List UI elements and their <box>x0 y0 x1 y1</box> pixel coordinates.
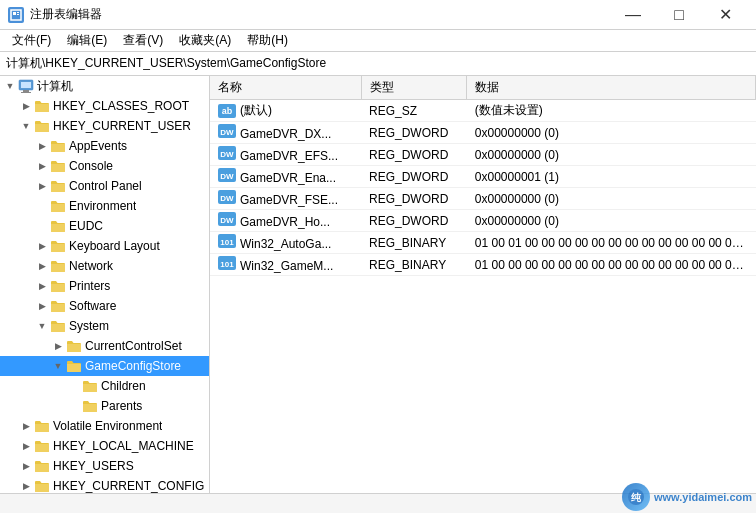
tree-label-parents: Parents <box>101 399 142 413</box>
tree-label-software: Software <box>69 299 116 313</box>
reg-name-cell: 101 Win32_AutoGa... <box>210 232 361 254</box>
tree-item-control-panel[interactable]: Control Panel <box>0 176 209 196</box>
expand-btn-computer[interactable] <box>2 78 18 94</box>
reg-data-cell: 01 00 00 00 00 00 00 00 00 00 00 00 00 0… <box>467 254 756 276</box>
table-panel: 名称 类型 数据 ab(默认)REG_SZ(数值未设置) DW GameDVR_… <box>210 76 756 493</box>
reg-type-cell: REG_BINARY <box>361 254 467 276</box>
tree-label-gameconfigstore: GameConfigStore <box>85 359 181 373</box>
folder-icon-software <box>50 299 66 313</box>
table-row[interactable]: DW GameDVR_DX...REG_DWORD0x00000000 (0) <box>210 122 756 144</box>
minimize-button[interactable]: — <box>610 0 656 30</box>
folder-icon-system <box>50 319 66 333</box>
tree-item-system[interactable]: System <box>0 316 209 336</box>
tree-item-keyboard-layout[interactable]: Keyboard Layout <box>0 236 209 256</box>
folder-icon-currentcontrolset <box>66 339 82 353</box>
table-row[interactable]: 101 Win32_GameM...REG_BINARY01 00 00 00 … <box>210 254 756 276</box>
tree-item-users[interactable]: HKEY_USERS <box>0 456 209 476</box>
tree-label-current-config: HKEY_CURRENT_CONFIG <box>53 479 204 493</box>
tree-item-network[interactable]: Network <box>0 256 209 276</box>
svg-text:DW: DW <box>220 172 234 181</box>
tree-item-appevents[interactable]: AppEvents <box>0 136 209 156</box>
reg-icon-dword: DW <box>218 146 236 160</box>
tree-item-eudc[interactable]: EUDC <box>0 216 209 236</box>
expand-btn-console[interactable] <box>34 158 50 174</box>
tree-item-gameconfigstore[interactable]: GameConfigStore <box>0 356 209 376</box>
tree-item-currentcontrolset[interactable]: CurrentControlSet <box>0 336 209 356</box>
expand-btn-currentcontrolset[interactable] <box>50 338 66 354</box>
tree-label-classes-root: HKEY_CLASSES_ROOT <box>53 99 189 113</box>
tree-label-users: HKEY_USERS <box>53 459 134 473</box>
table-row[interactable]: DW GameDVR_Ho...REG_DWORD0x00000000 (0) <box>210 210 756 232</box>
tree-item-parents[interactable]: Parents <box>0 396 209 416</box>
maximize-button[interactable]: □ <box>656 0 702 30</box>
tree-item-children[interactable]: Children <box>0 376 209 396</box>
col-type[interactable]: 类型 <box>361 76 467 100</box>
col-name[interactable]: 名称 <box>210 76 361 100</box>
expand-btn-local-machine[interactable] <box>18 438 34 454</box>
folder-icon-printers <box>50 279 66 293</box>
svg-rect-3 <box>17 14 19 15</box>
expand-btn-current-user[interactable] <box>18 118 34 134</box>
table-row[interactable]: 101 Win32_AutoGa...REG_BINARY01 00 01 00… <box>210 232 756 254</box>
reg-data-cell: 0x00000001 (1) <box>467 166 756 188</box>
table-row[interactable]: DW GameDVR_EFS...REG_DWORD0x00000000 (0) <box>210 144 756 166</box>
svg-rect-2 <box>17 12 19 13</box>
menu-file[interactable]: 文件(F) <box>4 30 59 51</box>
tree-item-console[interactable]: Console <box>0 156 209 176</box>
reg-name-cell: DW GameDVR_Ena... <box>210 166 361 188</box>
svg-text:DW: DW <box>220 128 234 137</box>
reg-name-cell: DW GameDVR_EFS... <box>210 144 361 166</box>
reg-data-cell: (数值未设置) <box>467 100 756 122</box>
expand-btn-software[interactable] <box>34 298 50 314</box>
reg-name: GameDVR_FSE... <box>240 193 338 207</box>
tree-label-keyboard-layout: Keyboard Layout <box>69 239 160 253</box>
reg-name: GameDVR_Ena... <box>240 171 336 185</box>
tree-item-volatile-env[interactable]: Volatile Environment <box>0 416 209 436</box>
expand-btn-control-panel[interactable] <box>34 178 50 194</box>
folder-icon-current-config <box>34 479 50 493</box>
reg-name: (默认) <box>240 103 272 117</box>
tree-item-classes-root[interactable]: HKEY_CLASSES_ROOT <box>0 96 209 116</box>
expand-btn-appevents[interactable] <box>34 138 50 154</box>
watermark-text: www.yidaimei.com <box>654 491 752 503</box>
expand-btn-volatile-env[interactable] <box>18 418 34 434</box>
reg-icon-dword: DW <box>218 168 236 182</box>
reg-data-cell: 01 00 01 00 00 00 00 00 00 00 00 00 00 0… <box>467 232 756 254</box>
expand-btn-keyboard-layout[interactable] <box>34 238 50 254</box>
menu-view[interactable]: 查看(V) <box>115 30 171 51</box>
table-row[interactable]: DW GameDVR_Ena...REG_DWORD0x00000001 (1) <box>210 166 756 188</box>
tree-item-environment[interactable]: Environment <box>0 196 209 216</box>
tree-item-printers[interactable]: Printers <box>0 276 209 296</box>
tree-label-children: Children <box>101 379 146 393</box>
folder-icon-classes-root <box>34 99 50 113</box>
tree-item-local-machine[interactable]: HKEY_LOCAL_MACHINE <box>0 436 209 456</box>
expand-btn-users[interactable] <box>18 458 34 474</box>
tree-item-computer[interactable]: 计算机 <box>0 76 209 96</box>
status-bar: 纯 www.yidaimei.com <box>0 493 756 513</box>
menu-edit[interactable]: 编辑(E) <box>59 30 115 51</box>
expand-btn-printers[interactable] <box>34 278 50 294</box>
menu-favorites[interactable]: 收藏夹(A) <box>171 30 239 51</box>
col-data[interactable]: 数据 <box>467 76 756 100</box>
table-row[interactable]: DW GameDVR_FSE...REG_DWORD0x00000000 (0) <box>210 188 756 210</box>
title-bar: 注册表编辑器 — □ ✕ <box>0 0 756 30</box>
table-row[interactable]: ab(默认)REG_SZ(数值未设置) <box>210 100 756 122</box>
main-content: 计算机 HKEY_CLASSES_ROOT HKEY_CURRENT_USER … <box>0 76 756 493</box>
table-header-row: 名称 类型 数据 <box>210 76 756 100</box>
svg-text:DW: DW <box>220 216 234 225</box>
folder-icon-environment <box>50 199 66 213</box>
menu-bar: 文件(F) 编辑(E) 查看(V) 收藏夹(A) 帮助(H) <box>0 30 756 52</box>
tree-label-current-user: HKEY_CURRENT_USER <box>53 119 191 133</box>
expand-btn-system[interactable] <box>34 318 50 334</box>
reg-type-cell: REG_DWORD <box>361 166 467 188</box>
tree-item-current-config[interactable]: HKEY_CURRENT_CONFIG <box>0 476 209 493</box>
tree-item-current-user[interactable]: HKEY_CURRENT_USER <box>0 116 209 136</box>
expand-btn-classes-root[interactable] <box>18 98 34 114</box>
expand-btn-gameconfigstore[interactable] <box>50 358 66 374</box>
menu-help[interactable]: 帮助(H) <box>239 30 296 51</box>
tree-item-software[interactable]: Software <box>0 296 209 316</box>
close-button[interactable]: ✕ <box>702 0 748 30</box>
expand-btn-network[interactable] <box>34 258 50 274</box>
expand-btn-current-config[interactable] <box>18 478 34 493</box>
reg-data-cell: 0x00000000 (0) <box>467 122 756 144</box>
